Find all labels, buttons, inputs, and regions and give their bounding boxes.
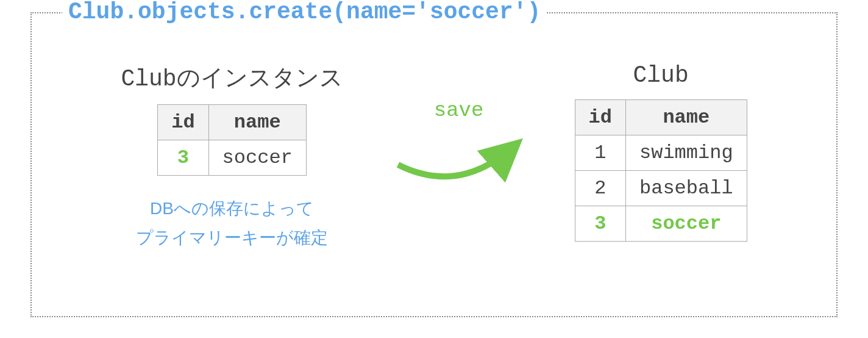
cell-id: 2 (575, 171, 625, 206)
caption-line-2: プライマリーキーが確定 (121, 223, 343, 253)
caption-line-1: DBへの保存によって (121, 194, 343, 223)
cell-name: swimming (626, 135, 747, 171)
cell-id: 3 (158, 140, 208, 176)
instance-panel: Clubのインスタンス id name 3 soccer DBへの保存によって … (121, 62, 343, 252)
cell-id: 3 (575, 206, 625, 242)
table-row: 1 swimming (575, 135, 747, 171)
arrow-wrap: save (392, 99, 526, 209)
club-title: Club (575, 62, 747, 88)
instance-caption: DBへの保存によって プライマリーキーが確定 (121, 194, 343, 252)
cell-id: 1 (575, 135, 625, 171)
header-id: id (575, 100, 625, 135)
cell-name: baseball (626, 171, 747, 206)
code-title: Club.objects.create(name='soccer') (62, 0, 547, 25)
club-table: id name 1 swimming 2 baseball 3 soccer (575, 99, 747, 242)
cell-name: soccer (208, 140, 306, 176)
table-row: 3 soccer (575, 206, 747, 242)
header-name: name (208, 105, 306, 140)
header-name: name (626, 100, 747, 135)
table-header-row: id name (575, 100, 747, 135)
save-arrow-icon (392, 122, 526, 195)
table-header-row: id name (158, 105, 307, 140)
instance-title: Clubのインスタンス (121, 62, 343, 93)
table-row: 2 baseball (575, 171, 747, 206)
save-arrow-label: save (434, 99, 484, 122)
content-row: Clubのインスタンス id name 3 soccer DBへの保存によって … (50, 62, 818, 252)
club-panel: Club id name 1 swimming 2 baseball 3 soc… (575, 62, 747, 242)
diagram-container: Club.objects.create(name='soccer') Clubの… (30, 12, 838, 317)
cell-name: soccer (626, 206, 747, 242)
header-id: id (158, 105, 208, 140)
instance-table: id name 3 soccer (157, 104, 307, 176)
table-row: 3 soccer (158, 140, 307, 176)
